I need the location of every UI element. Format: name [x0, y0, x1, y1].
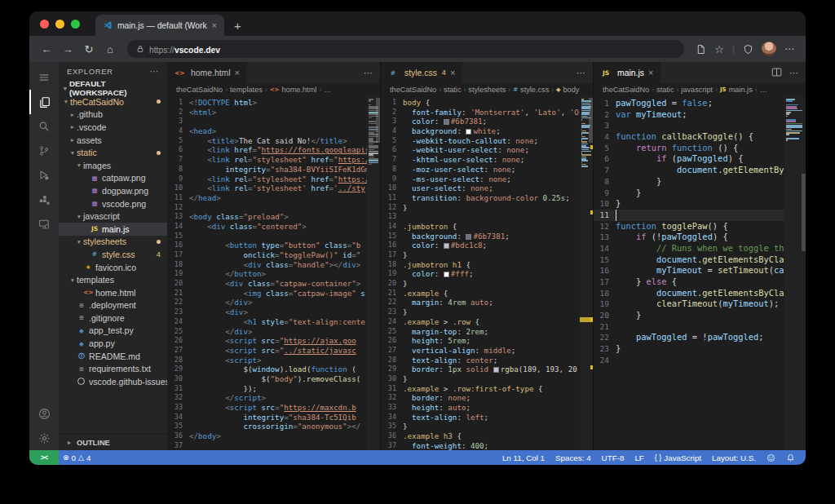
cursor-position[interactable]: Ln 11, Col 1	[497, 453, 550, 462]
favorites-star-icon[interactable]: ☆	[714, 43, 724, 55]
extensions-icon[interactable]	[29, 188, 59, 212]
code-line-11[interactable]: 11	[594, 210, 784, 221]
browser-tab[interactable]: main.js — default (Workspace) ×	[95, 15, 224, 36]
code-line-21[interactable]: 21 <img class="catpaw-image" s	[167, 289, 367, 298]
code-line-19[interactable]: 19 clearTimeout(myTimeout);	[594, 298, 784, 310]
keyboard-layout[interactable]: Layout: U.S.	[707, 453, 761, 462]
split-editor-icon[interactable]	[771, 67, 782, 79]
breadcrumb-item[interactable]: javascript	[681, 86, 713, 94]
address-bar[interactable]: https://vscode.dev	[127, 40, 684, 58]
code-line-23[interactable]: 23}	[381, 307, 580, 317]
code-line-36[interactable]: 36.example h3 {	[381, 431, 580, 441]
code-line-4[interactable]: 4function callbackToggle() {	[594, 131, 784, 143]
code-line-28[interactable]: 28 <script>	[167, 356, 367, 365]
tree-item-home.html[interactable]: <>home.html	[59, 286, 167, 299]
more-actions-icon[interactable]: ⋯	[577, 68, 585, 78]
eol-indicator[interactable]: LF	[630, 453, 648, 462]
search-icon[interactable]	[29, 114, 59, 139]
code-editor[interactable]: 1body {2 font-family: 'Montserrat', 'Lat…	[381, 96, 580, 450]
code-line-33[interactable]: 33 <script src="https://maxcdn.b	[167, 403, 367, 413]
scrollbar[interactable]	[376, 98, 380, 143]
minimap[interactable]	[784, 96, 806, 450]
tree-item-.vscode[interactable]: ▸.vscode	[59, 121, 167, 134]
breadcrumb-item[interactable]: theCatSaidNo	[176, 86, 223, 94]
tab-close-icon[interactable]: ×	[235, 68, 240, 77]
tree-item-favicon.ico[interactable]: ★favicon.ico	[59, 261, 167, 274]
code-line-25[interactable]: 25 margin-top: 2rem;	[381, 327, 580, 337]
more-actions-icon[interactable]: ⋯	[364, 68, 373, 78]
tab-close-icon[interactable]: ×	[212, 20, 217, 30]
tree-item-theCatSaidNo[interactable]: ▾theCatSaidNo	[59, 95, 167, 108]
code-line-21[interactable]: 21	[594, 321, 784, 333]
code-line-27[interactable]: 27 <script src="../static/javasc	[167, 346, 367, 356]
reload-icon[interactable]: ↻	[78, 43, 99, 55]
code-line-5[interactable]: 5 return function () {	[594, 143, 784, 154]
code-line-20[interactable]: 20}	[381, 279, 580, 289]
indentation-indicator[interactable]: Spaces: 4	[550, 453, 596, 462]
more-actions-icon[interactable]: ⋯	[789, 68, 798, 78]
breadcrumb-item[interactable]: …	[760, 86, 767, 94]
scrollbar[interactable]	[802, 174, 806, 251]
code-line-31[interactable]: 31.example > .row:first-of-type {	[381, 384, 580, 394]
code-line-23[interactable]: 23}	[594, 343, 784, 355]
code-line-32[interactable]: 32 </script>	[167, 393, 367, 403]
code-line-6[interactable]: 6 <link href="https://fonts.googleapis.c…	[167, 145, 367, 155]
code-line-7[interactable]: 7 <link rel="stylesheet" href="https://s…	[167, 155, 367, 165]
code-line-29[interactable]: 29 $(window).load(function (	[167, 365, 367, 374]
code-line-14[interactable]: 14.jumbotron {	[381, 222, 580, 232]
remote-explorer-icon[interactable]	[29, 212, 59, 237]
source-control-icon[interactable]	[29, 139, 59, 163]
code-line-3[interactable]: 3 color: #6b7381;	[381, 117, 580, 126]
run-debug-icon[interactable]	[29, 163, 59, 188]
code-line-10[interactable]: 10 <link rel='stylesheet' href='../sty	[167, 183, 367, 193]
code-line-27[interactable]: 27 vertical-align: middle;	[381, 346, 580, 356]
code-line-22[interactable]: 22 </div>	[167, 298, 367, 307]
code-line-37[interactable]: 37	[167, 441, 367, 450]
code-line-30[interactable]: 30}	[381, 374, 580, 384]
code-line-9[interactable]: 9 }	[594, 188, 784, 199]
code-line-5[interactable]: 5 <title>The Cat said No!</title>	[167, 136, 367, 146]
code-line-36[interactable]: 36</body>	[167, 431, 367, 441]
forward-icon[interactable]: →	[57, 43, 78, 55]
tree-item-stylesheets[interactable]: ▾stylesheets	[59, 236, 167, 249]
code-line-34[interactable]: 34 text-align: left;	[381, 413, 580, 422]
tree-item-assets[interactable]: ▸assets	[59, 134, 167, 147]
breadcrumb-item[interactable]: JSmain.js	[720, 86, 753, 94]
code-line-19[interactable]: 19 color: #fff;	[381, 269, 580, 279]
code-line-16[interactable]: 16 <button type="button" class="b	[167, 241, 367, 250]
code-line-19[interactable]: 19 </button>	[167, 269, 367, 279]
tree-item-images[interactable]: ▾images	[59, 159, 167, 172]
code-line-34[interactable]: 34 integrity="sha384-Tc5IQib	[167, 413, 367, 422]
zoom-window-button[interactable]	[71, 20, 80, 29]
code-line-20[interactable]: 20 }	[594, 310, 784, 321]
code-line-13[interactable]: 13 if (!pawToggled) {	[594, 232, 784, 243]
code-line-24[interactable]: 24 <h1 style="text-align:cente	[167, 317, 367, 327]
code-line-35[interactable]: 35}	[381, 422, 580, 431]
tab-style.css[interactable]: #style.css4×	[381, 62, 463, 83]
code-line-10[interactable]: 10 user-select: none;	[381, 183, 580, 193]
code-line-30[interactable]: 30 $("body").removeClass(	[167, 374, 367, 384]
code-line-37[interactable]: 37 font-weight: 400;	[381, 441, 580, 450]
code-line-2[interactable]: 2 font-family: 'Montserrat', 'Lato', 'O	[381, 108, 580, 117]
code-line-12[interactable]: 12	[167, 203, 367, 213]
code-line-31[interactable]: 31 });	[167, 384, 367, 394]
close-window-button[interactable]	[40, 20, 49, 29]
tree-item-dogpaw.png[interactable]: ▦dogpaw.png	[59, 184, 167, 197]
code-line-28[interactable]: 28 text-align: center;	[381, 356, 580, 365]
code-line-13[interactable]: 13	[381, 212, 580, 222]
explorer-icon[interactable]	[29, 90, 59, 114]
code-line-12[interactable]: 12function togglePaw() {	[594, 221, 784, 232]
code-line-8[interactable]: 8 }	[594, 176, 784, 188]
tree-item-.github[interactable]: ▸.github	[59, 108, 167, 122]
scrollbar[interactable]	[589, 98, 593, 143]
code-line-1[interactable]: 1<!DOCTYPE html>	[167, 98, 367, 108]
browser-more-icon[interactable]: ⋯	[784, 43, 794, 55]
code-line-29[interactable]: 29 border: 1px solid rgba(189, 193, 20	[381, 365, 580, 374]
code-line-3[interactable]: 3	[167, 117, 367, 126]
code-line-18[interactable]: 18 document.getElementsByClassNa	[594, 288, 784, 299]
minimap[interactable]	[580, 96, 593, 450]
code-line-9[interactable]: 9 -ms-user-select: none;	[381, 175, 580, 184]
code-line-14[interactable]: 14 <div class="centered">	[167, 222, 367, 232]
code-line-15[interactable]: 15	[167, 232, 367, 241]
breadcrumb-item[interactable]: theCatSaidNo	[603, 86, 649, 94]
